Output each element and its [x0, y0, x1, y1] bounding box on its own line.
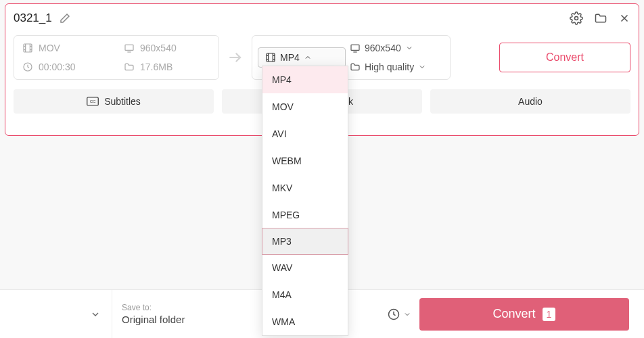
- src-resolution-label: 960x540: [140, 43, 177, 53]
- src-format-label: MOV: [39, 43, 60, 53]
- format-option-mp3[interactable]: MP3: [262, 228, 348, 255]
- svg-rect-1: [24, 44, 32, 52]
- folder-small-icon: [350, 62, 361, 72]
- close-icon[interactable]: [618, 12, 630, 24]
- convert-all-button[interactable]: Convert 1: [419, 298, 629, 331]
- clock-icon: [387, 308, 400, 321]
- convert-count-badge: 1: [543, 308, 556, 321]
- schedule-button[interactable]: [379, 308, 419, 321]
- resolution-label: 960x540: [365, 43, 401, 53]
- format-option-mov[interactable]: MOV: [262, 93, 348, 120]
- svg-point-0: [575, 17, 578, 20]
- tab-audio-label: Audio: [518, 96, 543, 107]
- quality-select[interactable]: High quality: [350, 62, 444, 72]
- clock-icon: [22, 62, 33, 72]
- format-dropdown[interactable]: MP4MOVAVIWEBMMKVMPEGMP3WAVM4AWMA: [262, 66, 348, 336]
- src-size: 17.6MB: [124, 62, 210, 72]
- resolution-select[interactable]: 960x540: [350, 43, 444, 53]
- convert-all-label: Convert: [493, 307, 536, 321]
- folder-small-icon: [124, 62, 135, 72]
- chevron-down-icon: [90, 309, 101, 320]
- src-size-label: 17.6MB: [140, 62, 172, 72]
- film-icon: [22, 43, 33, 53]
- format-option-wma[interactable]: WMA: [262, 308, 348, 335]
- gear-icon[interactable]: [570, 11, 583, 25]
- chevron-up-icon: [304, 53, 312, 62]
- format-option-mkv[interactable]: MKV: [262, 174, 348, 201]
- format-select-label: MP4: [280, 52, 300, 63]
- tab-subtitles-label: Subtitles: [104, 96, 141, 107]
- svg-rect-5: [351, 45, 359, 50]
- format-option-wav[interactable]: WAV: [262, 254, 348, 281]
- convert-button[interactable]: Convert: [499, 43, 630, 72]
- chevron-down-icon: [418, 63, 426, 71]
- file-title: 0321_1: [14, 11, 52, 25]
- format-option-avi[interactable]: AVI: [262, 120, 348, 147]
- svg-rect-4: [267, 53, 275, 62]
- svg-text:CC: CC: [90, 99, 96, 103]
- source-info: MOV 960x540 00:00:30 17.6MB: [14, 35, 219, 80]
- film-icon: [265, 52, 276, 63]
- format-option-webm[interactable]: WEBM: [262, 147, 348, 174]
- chevron-down-icon: [405, 44, 413, 52]
- format-select-button[interactable]: MP4: [258, 47, 346, 68]
- format-option-mpeg[interactable]: MPEG: [262, 201, 348, 228]
- src-duration-label: 00:00:30: [39, 62, 76, 72]
- footer-collapse[interactable]: [0, 290, 112, 338]
- card-header: 0321_1: [5, 4, 639, 32]
- screen-icon: [350, 43, 361, 53]
- format-option-m4a[interactable]: M4A: [262, 281, 348, 308]
- arrow-right-icon: [219, 49, 252, 66]
- screen-icon: [124, 43, 135, 53]
- src-format: MOV: [22, 43, 124, 53]
- svg-rect-2: [125, 45, 133, 50]
- chevron-down-icon: [403, 310, 411, 318]
- src-duration: 00:00:30: [22, 62, 124, 72]
- src-resolution: 960x540: [124, 43, 210, 53]
- cc-icon: CC: [87, 97, 99, 106]
- tab-subtitles[interactable]: CC Subtitles: [14, 89, 214, 114]
- format-option-mp4[interactable]: MP4: [262, 66, 348, 93]
- edit-icon[interactable]: [59, 12, 71, 24]
- quality-label: High quality: [365, 62, 414, 72]
- tab-audio[interactable]: Audio: [430, 89, 630, 114]
- folder-icon[interactable]: [594, 11, 607, 25]
